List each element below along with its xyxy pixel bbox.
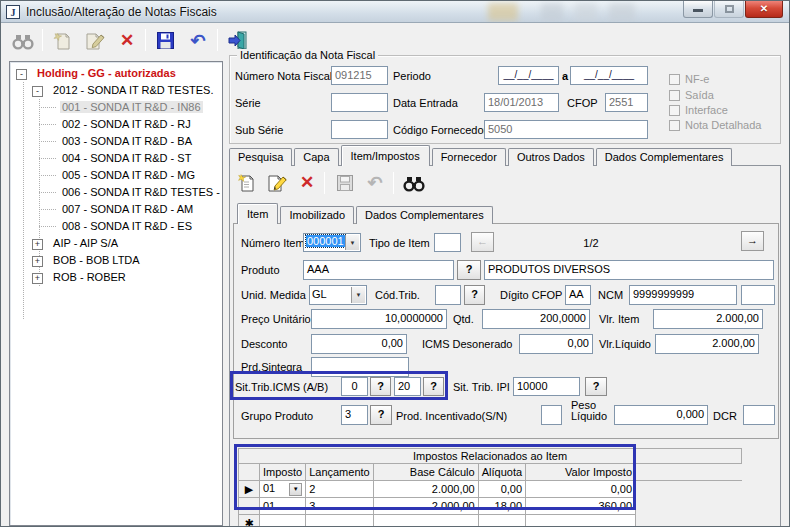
tree-node-label[interactable]: 003 - SONDA IT R&D - BA bbox=[60, 135, 194, 147]
periodo-to-field[interactable]: __/__/____ bbox=[570, 66, 648, 85]
data-entrada-field[interactable]: 18/01/2013 bbox=[484, 93, 559, 112]
peso-liquido-field[interactable]: 0,000 bbox=[614, 405, 708, 425]
qtd-field[interactable]: 200,0000 bbox=[482, 309, 590, 329]
chevron-down-icon[interactable]: ▼ bbox=[345, 235, 359, 250]
next-item-button[interactable]: → bbox=[741, 231, 764, 251]
delete-icon[interactable]: ✕ bbox=[113, 27, 141, 54]
cell-aliquota[interactable]: 0,00 bbox=[478, 481, 525, 498]
sit-trib-ipi-field[interactable]: 10000 bbox=[513, 377, 580, 396]
cell-lancamento[interactable] bbox=[306, 515, 374, 527]
tree-node-label[interactable]: Holding - GG - autorizadas bbox=[35, 67, 178, 79]
tab-item-impostos[interactable]: Item/Impostos bbox=[341, 145, 430, 166]
item-edit-icon[interactable] bbox=[263, 169, 291, 196]
undo-icon[interactable]: ↶ bbox=[184, 27, 212, 54]
chevron-down-icon[interactable]: ▼ bbox=[351, 287, 365, 303]
cell-valor[interactable] bbox=[526, 515, 636, 527]
tree-node-label[interactable]: AIP - AIP S/A bbox=[51, 237, 120, 249]
produto-desc-field[interactable]: PRODUTOS DIVERSOS bbox=[484, 260, 774, 280]
serie-field[interactable] bbox=[331, 93, 388, 112]
interface-checkbox[interactable] bbox=[669, 105, 680, 116]
expand-icon[interactable]: + bbox=[32, 239, 43, 250]
expand-icon[interactable]: + bbox=[32, 256, 43, 267]
numero-nf-field[interactable]: 091215 bbox=[331, 66, 388, 85]
preco-unitario-field[interactable]: 10,0000000 bbox=[311, 309, 447, 329]
sit-trib-icms-a-lookup-button[interactable]: ? bbox=[370, 377, 391, 396]
minimize-button[interactable] bbox=[683, 1, 713, 18]
produto-field[interactable]: AAA bbox=[303, 260, 454, 280]
icms-desonerado-field[interactable]: 0,00 bbox=[519, 334, 593, 354]
tree-node-label[interactable]: 007 - SONDA IT R&D - AM bbox=[60, 203, 195, 215]
grupo-produto-field[interactable]: 3 bbox=[341, 405, 368, 425]
tree-node-label[interactable]: 008 - SONDA IT R&D - ES bbox=[60, 220, 194, 232]
tree-node-label[interactable]: ROB - ROBER bbox=[51, 271, 128, 283]
chevron-down-icon[interactable]: ▼ bbox=[289, 483, 302, 496]
sit-trib-icms-a-field[interactable]: 0 bbox=[341, 377, 368, 396]
tree-node-label[interactable]: 002 - SONDA IT R&D - RJ bbox=[60, 118, 193, 130]
cell-imposto[interactable]: 01 bbox=[260, 498, 306, 515]
cell-aliquota[interactable] bbox=[478, 515, 525, 527]
sit-trib-icms-b-field[interactable]: 20 bbox=[394, 377, 421, 396]
collapse-icon[interactable]: - bbox=[16, 69, 27, 80]
tree-node-label[interactable]: 001 - SONDA IT R&D - IN86 bbox=[60, 101, 203, 113]
cell-base[interactable]: 2.000,00 bbox=[373, 481, 478, 498]
tab-outros-dados[interactable]: Outros Dados bbox=[508, 148, 594, 166]
nfe-checkbox[interactable] bbox=[669, 74, 680, 85]
tree-node-label[interactable]: 005 - SONDA IT R&D - MG bbox=[60, 169, 197, 181]
cell-base[interactable] bbox=[373, 515, 478, 527]
peso-liquido-label: PesoLíquido bbox=[571, 400, 607, 422]
tab-item[interactable]: Item bbox=[237, 203, 278, 224]
nota-detalhada-checkbox[interactable] bbox=[669, 120, 680, 131]
vlr-liquido-field[interactable]: 2.000,00 bbox=[655, 334, 759, 354]
grupo-produto-lookup-button[interactable]: ? bbox=[370, 405, 392, 425]
item-delete-icon[interactable]: ✕ bbox=[293, 169, 321, 196]
digito-cfop-field[interactable]: AA bbox=[565, 285, 591, 305]
periodo-from-field[interactable]: __/__/____ bbox=[498, 66, 559, 85]
saida-checkbox[interactable] bbox=[669, 90, 680, 101]
tree-node-label[interactable]: 2012 - SONDA IT R&D TESTES. bbox=[51, 84, 215, 96]
produto-lookup-button[interactable]: ? bbox=[457, 260, 481, 280]
cod-trib-lookup-button[interactable]: ? bbox=[464, 285, 485, 305]
item-new-icon[interactable] bbox=[233, 169, 261, 196]
tab-dados-complementares[interactable]: Dados Complementares bbox=[596, 148, 733, 166]
cfop-field[interactable]: 2551 bbox=[605, 93, 648, 112]
item-find-icon[interactable] bbox=[400, 169, 428, 196]
tab-capa[interactable]: Capa bbox=[294, 148, 338, 166]
saida-checkbox-label: Saída bbox=[685, 89, 714, 101]
expand-icon[interactable]: + bbox=[32, 273, 43, 284]
sit-trib-ipi-label: Sit. Trib. IPI bbox=[453, 381, 510, 393]
tab-imobilizado[interactable]: Imobilizado bbox=[280, 206, 354, 224]
tab-pesquisa[interactable]: Pesquisa bbox=[229, 148, 292, 166]
close-button[interactable]: ✕ bbox=[745, 1, 783, 18]
numero-item-combo[interactable]: 000001 ▼ bbox=[303, 233, 361, 252]
cell-aliquota[interactable]: 18,00 bbox=[478, 498, 525, 515]
tree-node-label[interactable]: 006 - SONDA IT R&D TESTES - bbox=[60, 186, 222, 198]
ncm-field[interactable]: 9999999999 bbox=[629, 285, 737, 305]
cell-lancamento[interactable]: 2 bbox=[306, 481, 374, 498]
cod-trib-field[interactable] bbox=[435, 285, 461, 305]
tree-node-label[interactable]: BOB - BOB LTDA bbox=[51, 254, 142, 266]
cell-lancamento[interactable]: 3 bbox=[306, 498, 374, 515]
save-icon[interactable] bbox=[151, 27, 179, 54]
tab-sub-dados-complementares[interactable]: Dados Complementares bbox=[356, 206, 493, 224]
tree-node-label[interactable]: 004 - SONDA IT R&D - ST bbox=[60, 152, 193, 164]
sit-trib-ipi-lookup-button[interactable]: ? bbox=[585, 377, 607, 396]
cell-base[interactable]: 2.000,00 bbox=[373, 498, 478, 515]
cell-imposto[interactable] bbox=[260, 515, 306, 527]
item-undo-icon: ↶ bbox=[361, 169, 389, 196]
vlr-item-field[interactable]: 2.000,00 bbox=[653, 309, 763, 329]
sit-trib-icms-b-lookup-button[interactable]: ? bbox=[423, 377, 444, 396]
ncm-ex-field[interactable] bbox=[741, 285, 775, 305]
tab-fornecedor[interactable]: Fornecedor bbox=[432, 148, 506, 166]
cod-fornecedor-field[interactable]: 5050 bbox=[484, 120, 648, 139]
cell-valor[interactable]: 360,00 bbox=[526, 498, 636, 515]
unid-medida-combo[interactable]: GL ▼ bbox=[309, 285, 367, 305]
prd-sintegra-field[interactable] bbox=[311, 357, 409, 377]
dcr-field[interactable] bbox=[743, 405, 775, 425]
tipo-item-field[interactable] bbox=[434, 233, 461, 252]
prod-incentivado-field[interactable] bbox=[541, 405, 562, 425]
sub-serie-field[interactable] bbox=[331, 120, 388, 139]
collapse-icon[interactable]: - bbox=[32, 86, 43, 97]
cell-imposto[interactable]: 01 ▼ bbox=[260, 481, 306, 498]
desconto-field[interactable]: 0,00 bbox=[311, 334, 407, 354]
cell-valor[interactable]: 0,00 bbox=[526, 481, 636, 498]
